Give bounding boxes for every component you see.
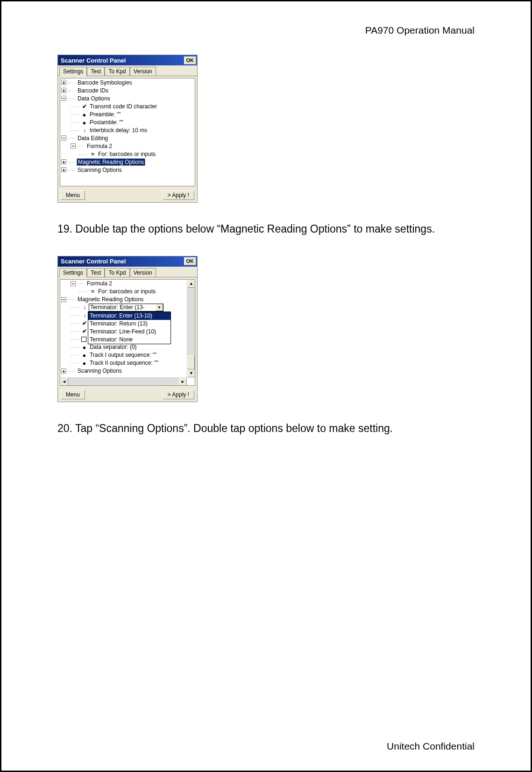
screenshot-2-window: Scanner Control Panel OK Settings Test T…: [57, 256, 198, 402]
scroll-up-icon[interactable]: ▲: [187, 280, 195, 288]
tree-item[interactable]: For: barcodes or inputs: [97, 288, 156, 295]
tree-item[interactable]: Preamble: "": [89, 111, 122, 118]
unchecked-icon: [81, 337, 86, 342]
tree-item[interactable]: Scanning Options: [77, 167, 123, 173]
tree-item[interactable]: Data Editing: [77, 135, 109, 142]
tab-to-kpd[interactable]: To Kpd: [105, 67, 129, 76]
tree-item-selected[interactable]: Magnetic Reading Options: [77, 158, 145, 166]
window-title: Scanner Control Panel: [61, 57, 126, 64]
page-header: PA970 Operation Manual: [57, 25, 475, 36]
collapse-icon[interactable]: −: [61, 297, 66, 302]
screenshot-1-window: Scanner Control Panel OK Settings Test T…: [57, 55, 198, 203]
ok-button[interactable]: OK: [184, 57, 197, 64]
expand-icon[interactable]: +: [61, 80, 66, 85]
menu-button[interactable]: Menu: [61, 390, 85, 399]
collapse-icon[interactable]: −: [61, 135, 66, 141]
check-icon: [81, 103, 88, 110]
tab-settings[interactable]: Settings: [59, 268, 87, 277]
tree-item[interactable]: Data separator: (0): [89, 344, 138, 350]
tab-settings[interactable]: Settings: [59, 67, 87, 76]
scroll-track[interactable]: [187, 288, 195, 355]
tree-item[interactable]: Postamble: "": [89, 119, 124, 126]
down-arrow-icon: [81, 304, 88, 311]
vertical-scrollbar[interactable]: ▲ ▼: [187, 280, 195, 377]
tab-version[interactable]: Version: [130, 268, 156, 277]
diamond-icon: [81, 352, 88, 358]
tree-item[interactable]: Track II output sequence: "": [89, 360, 159, 366]
dropdown-option[interactable]: Terminator: None: [88, 336, 170, 344]
diamond-icon: [81, 360, 88, 366]
bottom-toolbar: Menu > Apply !: [58, 388, 197, 402]
horizontal-scrollbar[interactable]: ◄ ►: [60, 377, 187, 385]
collapse-icon[interactable]: −: [71, 143, 76, 149]
menu-button[interactable]: Menu: [61, 191, 85, 200]
bottom-toolbar: Menu > Apply !: [58, 188, 197, 202]
approx-icon: [90, 288, 96, 295]
document-page: PA970 Operation Manual Scanner Control P…: [0, 0, 532, 772]
expand-icon[interactable]: +: [61, 167, 66, 172]
scroll-track[interactable]: [68, 378, 179, 385]
window-title: Scanner Control Panel: [61, 258, 126, 265]
tree-item[interactable]: Formula 2: [86, 280, 113, 287]
diamond-icon: [81, 344, 88, 350]
tree-item[interactable]: Data Options: [77, 95, 111, 102]
tree-item[interactable]: For: barcodes or inputs: [97, 151, 156, 157]
scroll-down-icon[interactable]: ▼: [187, 369, 195, 377]
tree-item[interactable]: Barcode IDs: [77, 87, 109, 94]
check-icon: [81, 320, 88, 326]
tab-to-kpd[interactable]: To Kpd: [105, 268, 129, 277]
dropdown-list[interactable]: Terminator: Enter (13-10) Terminator: Re…: [88, 312, 171, 344]
dropdown-option[interactable]: Terminator: Enter (13-10): [88, 312, 170, 320]
tree-item[interactable]: Formula 2: [86, 143, 113, 149]
page-footer: Unitech Confidential: [387, 741, 475, 752]
terminator-dropdown[interactable]: Terminator: Enter (13- ▼: [89, 304, 163, 312]
tab-bar: Settings Test To Kpd Version: [58, 267, 197, 277]
instruction-step-19: 19. Double tap the options below “Magnet…: [57, 219, 475, 240]
apply-button[interactable]: > Apply !: [163, 390, 194, 399]
tree-item[interactable]: Interblock delay: 10 ms: [89, 127, 148, 134]
tab-test[interactable]: Test: [87, 67, 105, 76]
tree-item[interactable]: Track I output sequence: "": [89, 352, 157, 358]
diamond-icon: [81, 119, 88, 126]
tree-item[interactable]: Barcode Symbologies: [77, 79, 133, 86]
tab-version[interactable]: Version: [130, 67, 156, 76]
tab-test[interactable]: Test: [87, 268, 105, 277]
down-arrow-icon: [81, 312, 88, 319]
tree-view[interactable]: −Formula 2 For: barcodes or inputs −Magn…: [60, 279, 195, 386]
ok-button[interactable]: OK: [184, 257, 197, 265]
diamond-icon: [81, 111, 88, 118]
scroll-right-icon[interactable]: ►: [179, 378, 187, 386]
dropdown-arrow-icon[interactable]: ▼: [156, 304, 163, 311]
expand-icon[interactable]: +: [61, 368, 66, 374]
apply-button[interactable]: > Apply !: [163, 191, 194, 200]
down-arrow-icon: [81, 127, 88, 134]
scroll-left-icon[interactable]: ◄: [60, 378, 68, 386]
tab-bar: Settings Test To Kpd Version: [58, 65, 197, 76]
tree-item[interactable]: Scanning Options: [77, 368, 123, 374]
dropdown-value: Terminator: Enter (13-: [89, 304, 156, 311]
scroll-thumb[interactable]: [187, 355, 195, 369]
dropdown-option[interactable]: Terminator: Return (13): [88, 320, 170, 328]
dropdown-option[interactable]: Terminator: Line-Feed (10): [88, 328, 170, 336]
approx-icon: [90, 151, 96, 157]
tree-item[interactable]: Transmit code ID character: [89, 103, 158, 110]
check-icon: [81, 328, 88, 334]
expand-icon[interactable]: +: [61, 159, 66, 164]
tree-item[interactable]: Magnetic Reading Options: [77, 296, 144, 303]
instruction-step-20: 20. Tap “Scanning Options”. Double tap o…: [57, 418, 475, 439]
collapse-icon[interactable]: −: [61, 96, 66, 101]
collapse-icon[interactable]: −: [71, 281, 76, 286]
tree-view[interactable]: +Barcode Symbologies +Barcode IDs −Data …: [60, 78, 195, 186]
titlebar: Scanner Control Panel OK: [58, 256, 197, 267]
titlebar: Scanner Control Panel OK: [58, 55, 197, 65]
expand-icon[interactable]: +: [61, 88, 66, 93]
